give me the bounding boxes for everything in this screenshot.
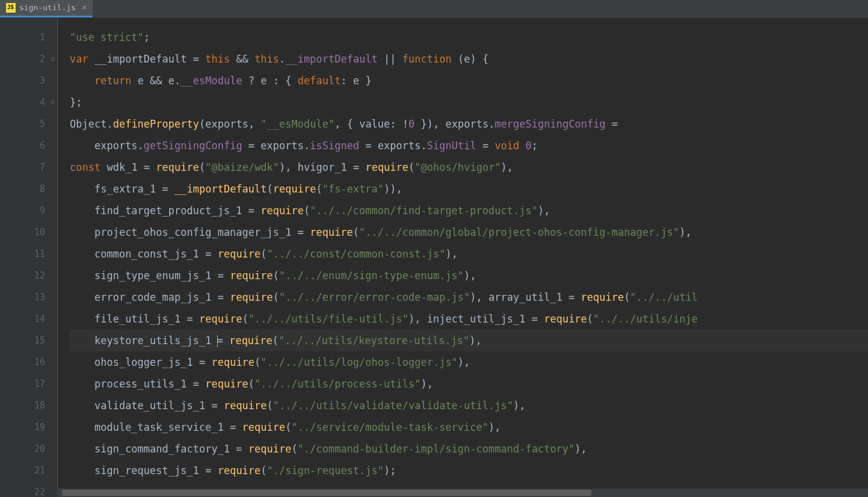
editor-tab[interactable]: JS sign-util.js × [0,0,93,17]
line-number: 22 [0,481,45,497]
code-line[interactable]: sign_request_js_1 = require("./sign-requ… [70,460,868,481]
code-line[interactable]: keystore_utils_js_1 = require("../../uti… [70,330,868,351]
horizontal-scrollbar[interactable] [57,489,868,497]
tab-filename: sign-util.js [19,1,76,14]
code-area[interactable]: "use strict";var __importDefault = this … [57,18,868,497]
fold-close-icon[interactable]: ⊟ [49,99,55,105]
code-line[interactable]: return e && e.__esModule ? e : { default… [70,70,868,91]
code-line[interactable]: process_utils_1 = require("../../utils/p… [70,373,868,395]
tab-bar: JS sign-util.js × [0,0,868,18]
line-number: 4 [0,91,45,113]
code-line[interactable]: sign_type_enum_js_1 = require("../../enu… [70,265,868,286]
code-line[interactable]: file_util_js_1 = require("../../utils/fi… [70,308,868,330]
fold-open-icon[interactable]: ⊟ [49,56,55,62]
line-number: 6 [0,135,45,156]
line-number: 15 [0,330,45,351]
line-number: 1 [0,26,45,48]
code-line[interactable]: find_target_product_js_1 = require("../.… [70,200,868,221]
code-line[interactable]: var __importDefault = this && this.__imp… [70,48,868,70]
code-line[interactable]: sign_command_factory_1 = require("./comm… [70,438,868,460]
line-number: 11 [0,243,45,265]
line-number: 17 [0,373,45,395]
line-number: 21 [0,460,45,481]
code-line[interactable]: exports.getSigningConfig = exports.isSig… [70,135,868,156]
line-number: 14 [0,308,45,330]
code-line[interactable]: error_code_map_js_1 = require("../../err… [70,286,868,308]
scrollbar-thumb[interactable] [62,490,591,496]
line-number: 8 [0,178,45,200]
code-line[interactable]: module_task_service_1 = require("../serv… [70,416,868,438]
close-icon[interactable]: × [82,0,87,15]
line-number: 3 [0,70,45,91]
editor: ⊟ ⊟ 12345678910111213141516171819202122 … [0,18,868,497]
line-number: 16 [0,351,45,373]
code-line[interactable]: ohos_logger_js_1 = require("../../utils/… [70,351,868,373]
line-number: 10 [0,221,45,243]
code-line[interactable]: Object.defineProperty(exports, "__esModu… [70,113,868,135]
code-line[interactable]: const wdk_1 = require("@baize/wdk"), hvi… [70,156,868,178]
line-number: 7 [0,156,45,178]
js-file-icon: JS [6,3,16,13]
code-line[interactable]: "use strict"; [70,26,868,48]
line-number: 2 [0,48,45,70]
line-number: 13 [0,286,45,308]
line-number: 19 [0,416,45,438]
code-line[interactable]: project_ohos_config_manager_js_1 = requi… [70,221,868,243]
code-line[interactable]: validate_util_js_1 = require("../../util… [70,395,868,416]
line-number: 18 [0,395,45,416]
code-line[interactable]: fs_extra_1 = __importDefault(require("fs… [70,178,868,200]
line-number: 12 [0,265,45,286]
line-number: 9 [0,200,45,221]
gutter: ⊟ ⊟ 12345678910111213141516171819202122 [0,18,57,497]
code-line[interactable]: }; [70,91,868,113]
code-line[interactable]: common_const_js_1 = require("../../const… [70,243,868,265]
line-number: 5 [0,113,45,135]
line-number: 20 [0,438,45,460]
